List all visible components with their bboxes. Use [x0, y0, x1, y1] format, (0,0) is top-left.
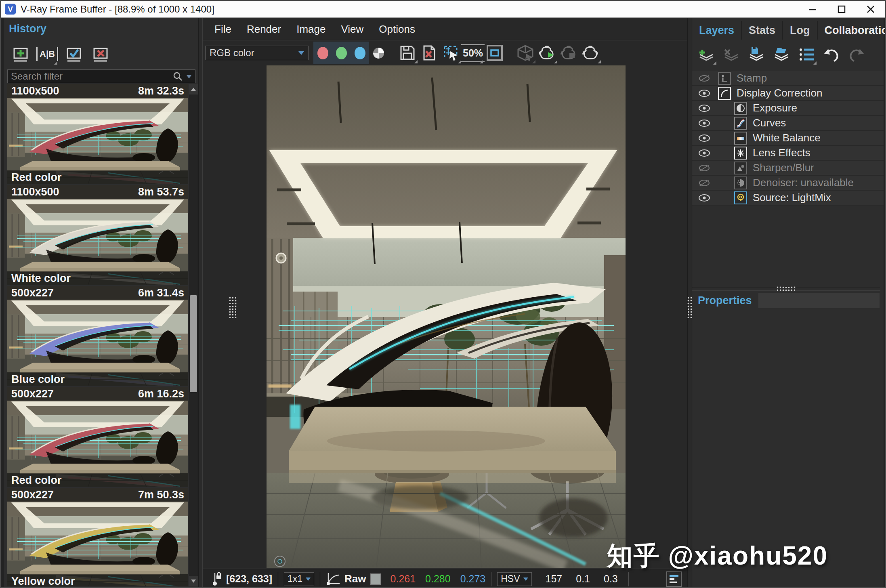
layer-list-icon: [797, 45, 816, 64]
tab-history[interactable]: History: [9, 23, 46, 35]
sharpen-blur-icon: [734, 162, 747, 174]
layer-row-display-correction[interactable]: Display Correction: [692, 86, 884, 101]
ab-compare-button[interactable]: A|B: [36, 43, 58, 65]
history-item[interactable]: 1100x5008m 53.7s White color: [7, 185, 188, 285]
layer-row-white-balance[interactable]: White Balance: [692, 131, 884, 146]
layer-row-curves[interactable]: Curves: [692, 116, 884, 131]
save-image-button[interactable]: [397, 42, 418, 64]
scroll-down-icon[interactable]: [189, 576, 198, 586]
green-channel-button[interactable]: [332, 42, 351, 64]
splitter-grip[interactable]: [687, 296, 693, 318]
undo-button[interactable]: [820, 43, 843, 66]
tab-layers[interactable]: Layers: [692, 21, 742, 40]
region-render-button[interactable]: [440, 42, 462, 64]
monochrome-button[interactable]: [369, 42, 388, 64]
remove-from-history-button[interactable]: [90, 43, 111, 65]
history-item[interactable]: 500x2277m 50.3s Yellow color: [7, 488, 188, 586]
layer-row-exposure[interactable]: Exposure: [692, 101, 884, 116]
layers-splitter[interactable]: [687, 18, 692, 588]
close-button[interactable]: [856, 1, 885, 17]
color-mode-select[interactable]: HSV: [497, 572, 531, 586]
eye-icon[interactable]: [697, 194, 712, 202]
load-layer-tree-button[interactable]: [770, 43, 793, 66]
layer-row-source-lightmix[interactable]: Source: LightMix: [692, 191, 884, 206]
eye-off-icon[interactable]: [697, 164, 712, 172]
history-label: Red color: [11, 474, 62, 487]
search-input[interactable]: [8, 71, 172, 82]
maximize-button[interactable]: [827, 1, 856, 17]
eye-icon[interactable]: [697, 104, 712, 112]
redo-button[interactable]: [845, 43, 868, 66]
render-last-button[interactable]: [580, 42, 602, 64]
scroll-up-icon[interactable]: [189, 84, 198, 94]
layer-row-denoiser[interactable]: Denoiser: unavailable: [692, 176, 884, 191]
layers-panel: Layers Stats Log Collaboration: [692, 18, 884, 588]
show-frame-button[interactable]: [484, 42, 506, 64]
layer-options-button[interactable]: [795, 43, 818, 66]
minimize-button[interactable]: [798, 1, 827, 17]
raw-mode-label: Raw: [344, 573, 366, 585]
history-item[interactable]: 500x2276m 31.4s Blue color: [7, 286, 188, 386]
layer-row-lens-effects[interactable]: Lens Effects: [692, 146, 884, 161]
start-render-button[interactable]: [536, 42, 558, 64]
chevron-down-icon: [298, 51, 304, 55]
main-area: File Render Image View Options RGB color: [203, 18, 687, 588]
menu-file[interactable]: File: [207, 18, 239, 40]
save-layer-tree-button[interactable]: [745, 43, 768, 66]
eye-icon[interactable]: [697, 89, 712, 97]
search-filter-caret-icon[interactable]: [186, 75, 192, 78]
layer-row-sharpen-blur[interactable]: Sharpen/Blur: [692, 161, 884, 176]
history-thumbnail: [7, 286, 188, 386]
history-thumbnail: [7, 185, 188, 285]
menu-render[interactable]: Render: [239, 18, 289, 40]
tab-stats[interactable]: Stats: [742, 21, 783, 40]
history-item[interactable]: 1100x5008m 32.3s Red color: [7, 84, 188, 184]
layer-row-stamp[interactable]: Stamp: [692, 71, 884, 86]
layer-name: White Balance: [753, 132, 821, 144]
exposure-icon: [734, 102, 747, 115]
tab-collaboration[interactable]: Collaboration: [818, 21, 886, 40]
render-canvas[interactable]: [267, 65, 626, 568]
eye-off-icon[interactable]: [697, 74, 712, 82]
tab-log[interactable]: Log: [783, 21, 817, 40]
blue-channel-button[interactable]: [351, 42, 369, 64]
isolate-selected-button[interactable]: [514, 42, 536, 64]
history-splitter[interactable]: [199, 18, 203, 588]
clear-image-button[interactable]: [418, 42, 440, 64]
history-item[interactable]: 500x2276m 16.2s Red color: [7, 387, 188, 487]
green-channel-icon: [336, 47, 347, 59]
eye-icon[interactable]: [697, 119, 712, 127]
menu-options[interactable]: Options: [371, 18, 423, 40]
history-render-time: 7m 50.3s: [138, 489, 184, 501]
sampled-color-swatch: [370, 573, 381, 585]
red-channel-button[interactable]: [313, 42, 332, 64]
history-toolbar: A|B: [10, 43, 111, 66]
zoom-50-button[interactable]: 50%: [462, 42, 484, 64]
menu-image[interactable]: Image: [289, 18, 333, 40]
search-icon: [172, 71, 183, 82]
set-compare-button[interactable]: [63, 43, 85, 65]
add-layer-button[interactable]: [695, 43, 718, 66]
panel-collapse-grip[interactable]: [229, 296, 237, 318]
history-scrollbar[interactable]: [189, 84, 198, 586]
eye-off-icon[interactable]: [697, 179, 712, 187]
clear-image-icon: [421, 44, 438, 61]
save-to-history-button[interactable]: [10, 43, 31, 65]
stamp-editor-button[interactable]: [666, 571, 682, 587]
history-resolution: 500x227: [11, 287, 54, 299]
stop-render-button[interactable]: [558, 42, 580, 64]
history-label: Yellow color: [11, 575, 75, 587]
pixel-ratio-value: 1x1: [288, 573, 302, 584]
workspace: History A|B: [1, 18, 885, 587]
pixel-ratio-select[interactable]: 1x1: [284, 572, 314, 586]
menu-view[interactable]: View: [333, 18, 371, 40]
isolate-cube-icon: [516, 44, 534, 62]
right-panel-tabs: Layers Stats Log Collaboration: [692, 21, 886, 40]
eye-icon[interactable]: [697, 149, 712, 157]
scrollbar-thumb[interactable]: [190, 295, 197, 392]
eye-icon[interactable]: [697, 134, 712, 142]
channel-select[interactable]: RGB color: [205, 46, 309, 60]
denoiser-icon: [734, 176, 747, 189]
delete-layer-button[interactable]: [720, 43, 743, 66]
properties-splitter-grip[interactable]: [776, 286, 796, 292]
